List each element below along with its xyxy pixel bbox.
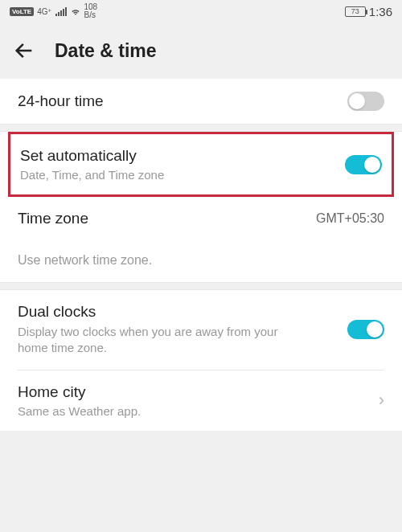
time-zone-note: Use network time zone. [0,240,402,282]
row-sublabel: Date, Time, and Time zone [20,168,345,182]
data-speed: 108 B/s [84,3,98,19]
back-icon[interactable] [13,39,35,62]
signal-icon [55,6,67,16]
volte-badge: VoLTE [10,7,34,16]
row-time-zone[interactable]: Time zone GMT+05:30 [0,197,402,240]
row-label: Time zone [18,210,316,227]
toggle-dual-clocks[interactable] [347,320,384,339]
header: Date & time [0,23,402,79]
battery-icon: 73 [345,6,366,17]
time-zone-value: GMT+05:30 [316,211,384,226]
page-title: Date & time [55,40,157,62]
chevron-right-icon: › [379,390,384,411]
row-24-hour[interactable]: 24-hour time [0,79,402,124]
highlight-set-automatically: Set automatically Date, Time, and Time z… [8,132,394,197]
row-home-city[interactable]: Home city Same as Weather app. › [0,370,402,431]
row-set-automatically[interactable]: Set automatically Date, Time, and Time z… [10,134,392,194]
toggle-set-automatically[interactable] [345,155,382,174]
row-sublabel: Same as Weather app. [18,404,372,418]
row-label: Set automatically [20,147,345,165]
row-label: Dual clocks [18,303,347,321]
toggle-24-hour[interactable] [347,92,384,111]
network-type: 4G⁺ [37,7,51,16]
row-label: 24-hour time [18,92,347,110]
row-label: Home city [18,383,372,401]
status-bar: VoLTE 4G⁺ 108 B/s 73 1:36 [0,0,402,23]
row-sublabel: Display two clocks when you are away fro… [18,324,307,357]
status-time: 1:36 [369,5,392,18]
row-dual-clocks[interactable]: Dual clocks Display two clocks when you … [0,290,402,370]
wifi-icon [70,6,81,17]
